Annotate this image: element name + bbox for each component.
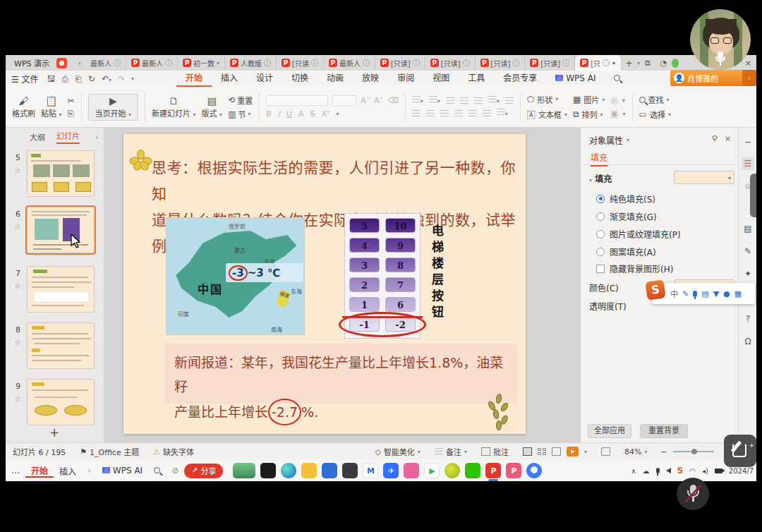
- doc-tab[interactable]: P[只读]i: [525, 55, 575, 71]
- line-spacing-icon[interactable]: [483, 110, 491, 117]
- news-textbox[interactable]: 新闻报道：某年，我国花生产量比上年增长1.8%，油菜籽 产量比上年增长-2.7%…: [164, 344, 517, 404]
- collapse-strip-icon[interactable]: ─: [742, 136, 754, 149]
- tray-microphone-icon[interactable]: [656, 468, 660, 473]
- slide-thumbnail-9[interactable]: 9 ☆: [6, 379, 104, 431]
- china-map-image[interactable]: 俄罗斯 蒙古 北京 东海 南海 印度 福建 -3~3 ℃ 中国: [166, 217, 305, 335]
- tab-wps-ai[interactable]: WPS AI: [546, 71, 605, 87]
- taskbar-edge-icon[interactable]: [281, 463, 296, 478]
- missing-font-warning[interactable]: ⚠缺失字体: [146, 446, 201, 457]
- slideshow-play-button[interactable]: [567, 447, 579, 457]
- numbering-button[interactable]: ▾: [429, 96, 440, 105]
- slide-thumbnail-7[interactable]: 7 ☆: [6, 266, 104, 318]
- zoom-out-button[interactable]: ─: [654, 447, 673, 457]
- strike-button[interactable]: S: [310, 109, 315, 119]
- doc-tab-active[interactable]: P[只◦•: [575, 55, 621, 71]
- bold-button[interactable]: B: [266, 109, 272, 119]
- tab-insert[interactable]: 插入: [212, 71, 247, 87]
- taskbar-desktop-preview[interactable]: [233, 463, 255, 478]
- tab-outline[interactable]: 大纲: [30, 131, 45, 143]
- star-icon[interactable]: ☆: [14, 166, 21, 175]
- panel-drag-handle[interactable]: [750, 174, 756, 217]
- play-from-current-button[interactable]: ▶当页开始 ▾: [88, 94, 139, 121]
- format-painter-button[interactable]: 🖌格式刷: [12, 96, 35, 119]
- redo-icon[interactable]: ↷: [118, 74, 125, 84]
- radio-icon[interactable]: [596, 248, 605, 256]
- picture-fill-option[interactable]: 图片或纹理填充(P): [596, 228, 681, 240]
- textbox-button[interactable]: 文本框: [538, 109, 562, 120]
- slide-thumbnail-8[interactable]: 8 ☆: [6, 322, 104, 375]
- slide-sorter-view-button[interactable]: [538, 448, 546, 455]
- voice-input-icon[interactable]: [693, 291, 697, 297]
- do-not-disturb-icon[interactable]: ⊘: [166, 466, 184, 476]
- underline-button[interactable]: U: [286, 109, 292, 119]
- taskbar-m-app-icon[interactable]: M: [363, 463, 378, 478]
- bullets-button[interactable]: ▾: [412, 96, 423, 105]
- doc-tab[interactable]: P[只读i: [277, 55, 324, 71]
- find-button[interactable]: 查找: [648, 94, 664, 105]
- tray-speaker-icon[interactable]: [666, 468, 671, 473]
- thumbnail-image[interactable]: [27, 266, 95, 313]
- italic-button[interactable]: I: [278, 109, 280, 119]
- close-panel-icon[interactable]: ×: [725, 134, 731, 143]
- theme-indicator[interactable]: ⚑1_Office 主题: [73, 446, 146, 457]
- taskbar-pink-app-icon[interactable]: [404, 463, 419, 478]
- taskbar-wps-ppt-icon[interactable]: P: [485, 463, 501, 478]
- tray-camera-icon[interactable]: [715, 468, 722, 473]
- smart-beautify-button[interactable]: ◇智能美化▾: [368, 446, 427, 457]
- tray-cloud-icon[interactable]: ☁: [643, 467, 650, 475]
- reset-button[interactable]: ⟲重置: [228, 95, 253, 106]
- chinese-mode-icon[interactable]: 中: [670, 288, 678, 299]
- paste-button[interactable]: 📋粘贴 ▾: [41, 96, 62, 119]
- background-window-tab-start[interactable]: 开始: [25, 464, 54, 478]
- convert-smartart-icon[interactable]: [505, 97, 514, 104]
- background-window-wps-ai[interactable]: WPS AI: [97, 466, 148, 476]
- apply-all-button[interactable]: 全部应用: [588, 424, 631, 438]
- thumbnail-image[interactable]: [27, 322, 95, 369]
- doc-tab[interactable]: 最新人i: [85, 55, 126, 71]
- thumbnail-image[interactable]: [27, 150, 95, 197]
- hide-background-option[interactable]: 隐藏背景图形(H): [596, 262, 673, 274]
- background-window-search[interactable]: [148, 466, 166, 476]
- tab-animation[interactable]: 动画: [318, 71, 353, 87]
- notes-button[interactable]: 备注▾: [428, 446, 474, 457]
- align-left-icon[interactable]: [412, 110, 421, 117]
- font-size-box[interactable]: [332, 95, 356, 106]
- fill-section-header[interactable]: ▾ 填充: [589, 172, 612, 184]
- tab-slides[interactable]: 幻灯片: [56, 130, 80, 144]
- solid-fill-option[interactable]: 纯色填充(S): [596, 193, 655, 205]
- thumbnail-image[interactable]: [27, 379, 95, 425]
- skin-icon[interactable]: ▼: [713, 289, 719, 298]
- zoom-level[interactable]: 84%▾: [617, 447, 654, 457]
- columns-icon[interactable]: [468, 110, 477, 117]
- star-icon[interactable]: ☆: [14, 222, 21, 231]
- taskbar-video-app-icon[interactable]: ▶: [424, 463, 440, 478]
- reading-view-button[interactable]: [552, 447, 561, 456]
- taskbar-wps-docs-icon[interactable]: P: [506, 463, 521, 478]
- tab-scroll-left-icon[interactable]: ‹: [74, 59, 85, 67]
- wps-home-icon[interactable]: [56, 58, 67, 68]
- tab-slideshow[interactable]: 放映: [353, 71, 388, 87]
- user-badge[interactable]: 👤 肖博雅的 ›: [670, 70, 756, 86]
- tray-chevron-up-icon[interactable]: ∧: [631, 467, 636, 475]
- align-center-icon[interactable]: [426, 110, 435, 117]
- doc-tab[interactable]: P初一数▾: [178, 55, 225, 71]
- slide-thumbnail-6-selected[interactable]: 6 ☆: [6, 207, 104, 259]
- tray-sogou-icon[interactable]: S: [677, 466, 684, 476]
- star-icon[interactable]: ☆: [14, 282, 21, 291]
- tab-transition[interactable]: 切换: [282, 71, 318, 87]
- collapse-panel-icon[interactable]: ‹: [95, 133, 98, 141]
- copy-button[interactable]: ⎘: [68, 109, 75, 119]
- taskbar-folder-icon[interactable]: [301, 463, 317, 478]
- webcam-mic-icon[interactable]: [713, 52, 729, 67]
- background-window-more[interactable]: …: [6, 466, 25, 476]
- new-slide-button[interactable]: 🗋新建幻灯片 ▾: [152, 96, 196, 119]
- smart-layout-strip-icon[interactable]: ▤: [742, 222, 754, 235]
- tray-volume-icon[interactable]: ◂): [702, 467, 708, 475]
- checkbox-icon[interactable]: [596, 265, 605, 273]
- menu-search-button[interactable]: [605, 71, 629, 87]
- radio-icon[interactable]: [596, 212, 605, 221]
- tab-design[interactable]: 设计: [247, 71, 282, 87]
- justify-icon[interactable]: [454, 110, 463, 117]
- taskbar-music-app-icon[interactable]: [445, 463, 460, 478]
- layout-button[interactable]: ▤版式 ▾: [202, 96, 223, 119]
